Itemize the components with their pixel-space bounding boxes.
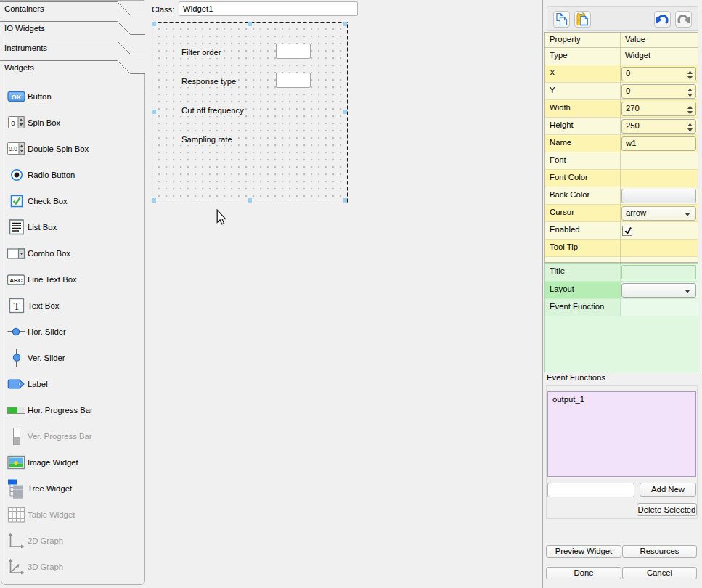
svg-text:ABC: ABC — [9, 277, 23, 284]
svg-text:OK: OK — [12, 94, 22, 101]
svg-text:0: 0 — [11, 119, 15, 127]
svg-text:T: T — [13, 301, 20, 312]
svg-text:0.0: 0.0 — [9, 145, 17, 152]
